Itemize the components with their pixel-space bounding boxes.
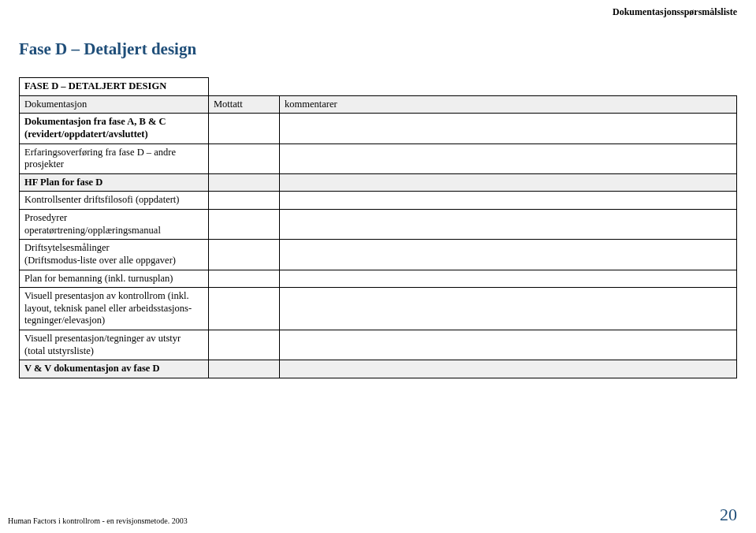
table-title-blank — [209, 78, 280, 96]
table-cell-comments — [280, 114, 737, 144]
table-row: Dokumentasjon fra fase A, B & C (revider… — [20, 114, 737, 144]
table-cell-doc: Kontrollsenter driftsfilosofi (oppdatert… — [20, 192, 209, 210]
table-cell-received — [209, 270, 280, 288]
table-cell-received — [209, 173, 280, 192]
table-cell-comments — [280, 360, 737, 378]
table-cell-received — [209, 210, 280, 240]
table-cell-doc: Plan for bemanning (inkl. turnusplan) — [20, 270, 209, 288]
table-row: Visuell presentasjon/tegninger av utstyr… — [20, 330, 737, 360]
table-cell-doc: Driftsytelsesmålinger (Driftsmodus-liste… — [20, 240, 209, 270]
table-cell-comments — [280, 173, 737, 192]
table-cell-comments — [280, 192, 737, 210]
table-cell-received — [209, 330, 280, 360]
table-cell-received — [209, 288, 280, 330]
table-row: Visuell presentasjon av kontrollrom (ink… — [20, 288, 737, 330]
table-row: Kontrollsenter driftsfilosofi (oppdatert… — [20, 192, 737, 210]
table-cell-doc: HF Plan for fase D — [20, 173, 209, 192]
table-cell-comments — [280, 144, 737, 173]
table-header-col1: Dokumentasjon — [20, 95, 209, 114]
table-cell-comments — [280, 270, 737, 288]
table-cell-comments — [280, 288, 737, 330]
table-row: Plan for bemanning (inkl. turnusplan) — [20, 270, 737, 288]
table-header-row: Dokumentasjon Mottatt kommentarer — [20, 95, 737, 114]
doc-header-right: Dokumentasjonsspørsmålsliste — [613, 6, 737, 18]
table-cell-doc: V & V dokumentasjon av fase D — [20, 360, 209, 378]
table-cell-doc: Erfaringsoverføring fra fase D – andre p… — [20, 144, 209, 173]
table-title-row: FASE D – DETALJERT DESIGN — [20, 78, 737, 96]
table-cell-comments — [280, 210, 737, 240]
table-title-blank — [280, 78, 737, 96]
table-cell-received — [209, 144, 280, 173]
footer-left: Human Factors i kontrollrom - en revisjo… — [8, 516, 188, 525]
table-container: FASE D – DETALJERT DESIGN Dokumentasjon … — [19, 77, 737, 378]
table-title-cell: FASE D – DETALJERT DESIGN — [20, 78, 209, 96]
page-title: Fase D – Detaljert design — [19, 39, 196, 59]
table-cell-doc: Prosedyrer operatørtrening/opplæringsman… — [20, 210, 209, 240]
table-cell-received — [209, 114, 280, 144]
table-row: Erfaringsoverføring fra fase D – andre p… — [20, 144, 737, 173]
table-cell-doc: Visuell presentasjon av kontrollrom (ink… — [20, 288, 209, 330]
table-cell-received — [209, 360, 280, 378]
table-cell-received — [209, 192, 280, 210]
table-row: HF Plan for fase D — [20, 173, 737, 192]
table-row: Prosedyrer operatørtrening/opplæringsman… — [20, 210, 737, 240]
page-number: 20 — [720, 505, 737, 525]
table-header-col3: kommentarer — [280, 95, 737, 114]
table-cell-comments — [280, 240, 737, 270]
table-cell-received — [209, 240, 280, 270]
table-cell-doc: Dokumentasjon fra fase A, B & C (revider… — [20, 114, 209, 144]
table-row: V & V dokumentasjon av fase D — [20, 360, 737, 378]
table-row: Driftsytelsesmålinger (Driftsmodus-liste… — [20, 240, 737, 270]
documentation-table: FASE D – DETALJERT DESIGN Dokumentasjon … — [19, 77, 737, 378]
table-cell-doc: Visuell presentasjon/tegninger av utstyr… — [20, 330, 209, 360]
table-header-col2: Mottatt — [209, 95, 280, 114]
table-body: Dokumentasjon fra fase A, B & C (revider… — [20, 114, 737, 378]
table-cell-comments — [280, 330, 737, 360]
